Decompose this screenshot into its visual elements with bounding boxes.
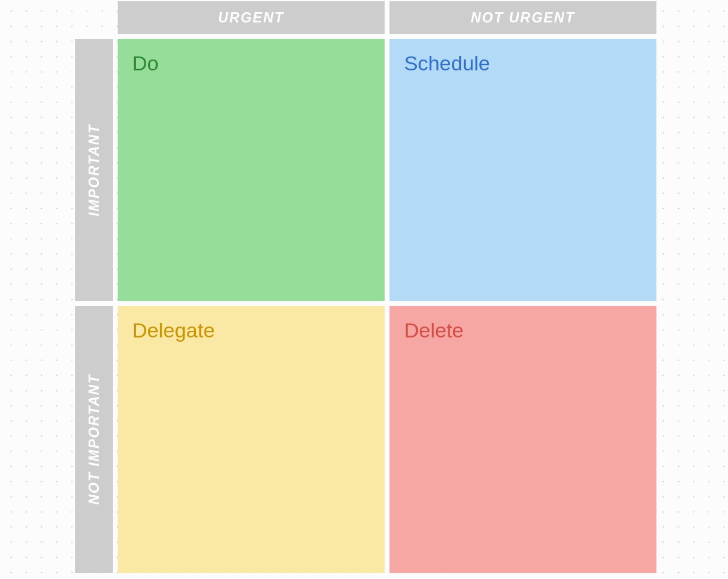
row-header-label: IMPORTANT — [86, 124, 103, 217]
column-header-label: NOT URGENT — [471, 10, 575, 26]
quadrant-title: Delete — [404, 319, 642, 342]
column-header-not-urgent: NOT URGENT — [389, 1, 656, 34]
eisenhower-matrix: URGENT NOT URGENT IMPORTANT NOT IMPORTAN… — [75, 1, 660, 579]
quadrant-delete[interactable]: Delete — [389, 306, 656, 573]
column-header-label: URGENT — [218, 10, 284, 26]
row-header-not-important: NOT IMPORTANT — [75, 306, 113, 573]
quadrant-delegate[interactable]: Delegate — [118, 306, 385, 573]
quadrant-title: Do — [132, 52, 370, 75]
quadrant-schedule[interactable]: Schedule — [389, 39, 656, 301]
quadrant-title: Delegate — [132, 319, 370, 342]
quadrant-title: Schedule — [404, 52, 642, 75]
quadrant-do[interactable]: Do — [118, 39, 385, 301]
row-header-label: NOT IMPORTANT — [86, 374, 103, 505]
column-header-urgent: URGENT — [118, 1, 385, 34]
row-header-important: IMPORTANT — [75, 39, 113, 301]
